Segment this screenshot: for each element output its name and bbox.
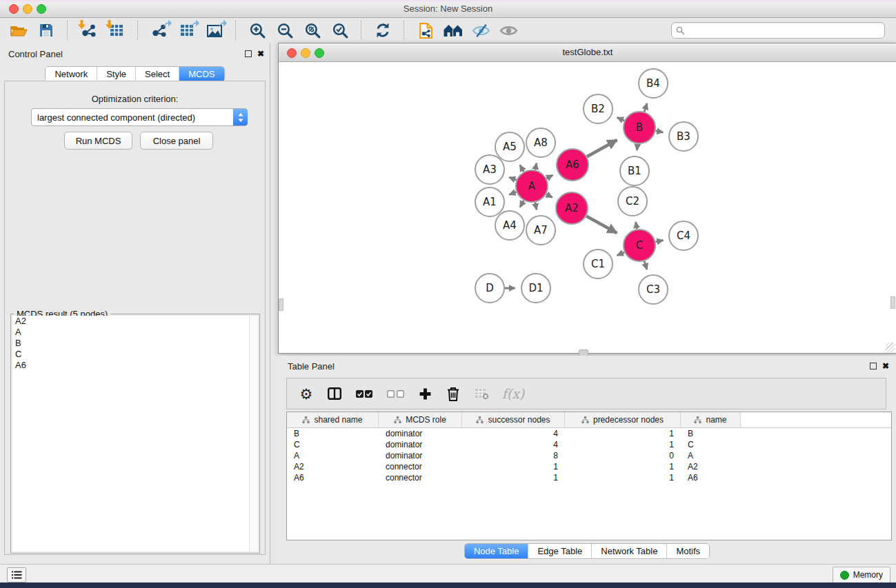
graph-node-A6[interactable]: A6 bbox=[557, 149, 588, 181]
graph-edge-A6-B[interactable] bbox=[587, 140, 617, 156]
network-canvas[interactable]: B4B2BB3A5A8A6A3B1AA1A2C2A4A7C4CC1C3DD1 bbox=[279, 62, 895, 352]
table-cell[interactable]: 4 bbox=[462, 429, 565, 438]
select-all-icon[interactable] bbox=[355, 385, 374, 402]
add-column-icon[interactable] bbox=[417, 385, 433, 402]
float-table-panel-icon[interactable] bbox=[870, 363, 877, 369]
table-row[interactable]: A2connector11A2 bbox=[287, 461, 891, 472]
table-cell[interactable]: A bbox=[287, 451, 379, 460]
graph-edge-A-A6[interactable] bbox=[546, 175, 552, 179]
table-cell[interactable]: 1 bbox=[462, 462, 565, 472]
hide-selected-icon[interactable] bbox=[469, 20, 492, 41]
graph-node-A1[interactable]: A1 bbox=[475, 187, 504, 216]
left-collapse-handle[interactable] bbox=[279, 298, 283, 311]
right-collapse-handle[interactable] bbox=[890, 296, 895, 309]
graph-node-B4[interactable]: B4 bbox=[639, 69, 668, 98]
table-cell[interactable]: A6 bbox=[287, 473, 379, 483]
export-table-icon[interactable] bbox=[175, 20, 199, 41]
table-cell[interactable]: 1 bbox=[565, 462, 681, 472]
search-field[interactable] bbox=[671, 22, 885, 39]
tab-mcds[interactable]: MCDS bbox=[179, 67, 223, 81]
column-header-successor-nodes[interactable]: successor nodes bbox=[462, 412, 565, 427]
graph-node-D1[interactable]: D1 bbox=[521, 274, 550, 303]
graph-node-C2[interactable]: C2 bbox=[618, 187, 647, 216]
save-session-icon[interactable] bbox=[34, 20, 58, 41]
table-cell[interactable]: dominator bbox=[379, 440, 462, 449]
table-tab-network-table[interactable]: Network Table bbox=[591, 544, 666, 558]
column-header-predecessor-nodes[interactable]: predecessor nodes bbox=[565, 412, 681, 427]
graph-edge-A-A8[interactable] bbox=[535, 163, 537, 170]
settings-gear-icon[interactable]: ⚙ bbox=[298, 385, 315, 402]
table-cell[interactable]: A6 bbox=[681, 473, 741, 483]
graph-node-B2[interactable]: B2 bbox=[584, 94, 613, 123]
graph-edge-A-A4[interactable] bbox=[520, 201, 524, 207]
delete-table-icon[interactable] bbox=[473, 385, 490, 402]
mcds-result-item[interactable]: B bbox=[12, 338, 258, 349]
graph-node-C1[interactable]: C1 bbox=[584, 250, 613, 278]
column-header-shared-name[interactable]: shared name bbox=[287, 412, 379, 427]
graph-edge-A-A2[interactable] bbox=[546, 194, 552, 198]
export-image-icon[interactable] bbox=[203, 20, 226, 41]
graph-edge-C-C4[interactable] bbox=[655, 240, 663, 241]
graph-edge-B-B1[interactable] bbox=[637, 144, 637, 150]
table-tab-edge-table[interactable]: Edge Table bbox=[528, 544, 591, 558]
result-list-scrollbar[interactable] bbox=[249, 316, 258, 551]
table-cell[interactable]: A bbox=[681, 451, 741, 460]
export-network-icon[interactable] bbox=[148, 20, 171, 41]
table-cell[interactable]: 0 bbox=[565, 451, 681, 460]
show-all-icon[interactable] bbox=[497, 20, 520, 41]
table-cell[interactable]: connector bbox=[379, 462, 462, 472]
graph-edge-A-A1[interactable] bbox=[509, 192, 516, 194]
graph-edge-A-A7[interactable] bbox=[535, 203, 537, 210]
tab-select[interactable]: Select bbox=[135, 67, 179, 81]
home-icon[interactable] bbox=[441, 20, 465, 41]
search-input[interactable] bbox=[688, 23, 880, 37]
table-cell[interactable]: 4 bbox=[462, 440, 565, 449]
column-layout-icon[interactable] bbox=[326, 385, 343, 402]
window-resize-grip[interactable] bbox=[886, 343, 895, 352]
graph-node-A3[interactable]: A3 bbox=[475, 155, 504, 184]
table-row[interactable]: Adominator80A bbox=[287, 450, 891, 461]
graph-node-A5[interactable]: A5 bbox=[495, 132, 524, 161]
graph-node-D[interactable]: D bbox=[475, 274, 504, 303]
table-cell[interactable]: C bbox=[287, 440, 379, 449]
graph-edge-A-A5[interactable] bbox=[520, 165, 524, 172]
graph-node-A4[interactable]: A4 bbox=[495, 211, 524, 240]
table-cell[interactable]: A2 bbox=[287, 462, 379, 472]
mcds-result-item[interactable]: C bbox=[12, 349, 258, 360]
task-history-button[interactable] bbox=[7, 567, 26, 582]
open-session-icon[interactable] bbox=[7, 20, 30, 41]
table-row[interactable]: Cdominator41C bbox=[287, 439, 891, 450]
table-cell[interactable]: dominator bbox=[379, 451, 462, 460]
table-cell[interactable]: dominator bbox=[379, 429, 462, 438]
float-panel-icon[interactable] bbox=[245, 50, 252, 57]
graph-node-B1[interactable]: B1 bbox=[620, 156, 649, 185]
graph-edge-C-C1[interactable] bbox=[617, 252, 624, 256]
table-cell[interactable]: 1 bbox=[565, 440, 681, 449]
mcds-result-item[interactable]: A2 bbox=[12, 316, 258, 327]
table-cell[interactable]: C bbox=[681, 440, 741, 449]
zoom-fit-icon[interactable] bbox=[301, 20, 324, 41]
graph-edge-B-B4[interactable] bbox=[644, 103, 647, 112]
table-row[interactable]: Bdominator41B bbox=[287, 428, 891, 439]
import-table-icon[interactable] bbox=[105, 20, 128, 41]
table-cell[interactable]: A2 bbox=[681, 462, 741, 472]
new-network-file-icon[interactable] bbox=[414, 20, 437, 41]
table-cell[interactable]: 1 bbox=[565, 429, 681, 438]
graph-edge-A2-C[interactable] bbox=[586, 216, 617, 233]
table-row[interactable]: A6connector11A6 bbox=[287, 472, 891, 483]
zoom-selected-icon[interactable] bbox=[328, 20, 352, 41]
zoom-in-icon[interactable] bbox=[246, 20, 269, 41]
table-cell[interactable]: B bbox=[681, 429, 741, 438]
table-tab-motifs[interactable]: Motifs bbox=[666, 544, 709, 558]
refresh-icon[interactable] bbox=[371, 20, 395, 41]
function-builder-icon[interactable]: f(x) bbox=[501, 385, 525, 402]
tab-style[interactable]: Style bbox=[97, 67, 135, 81]
graph-edge-B-B2[interactable] bbox=[617, 117, 624, 121]
table-tab-node-table[interactable]: Node Table bbox=[465, 544, 528, 558]
column-header-MCDS-role[interactable]: MCDS role bbox=[379, 412, 462, 427]
graph-edge-B-B3[interactable] bbox=[656, 131, 664, 132]
graph-node-A7[interactable]: A7 bbox=[526, 216, 555, 245]
graph-node-C3[interactable]: C3 bbox=[639, 275, 668, 304]
close-panel-button[interactable]: Close panel bbox=[140, 132, 213, 150]
graph-node-B[interactable]: B bbox=[624, 112, 655, 143]
